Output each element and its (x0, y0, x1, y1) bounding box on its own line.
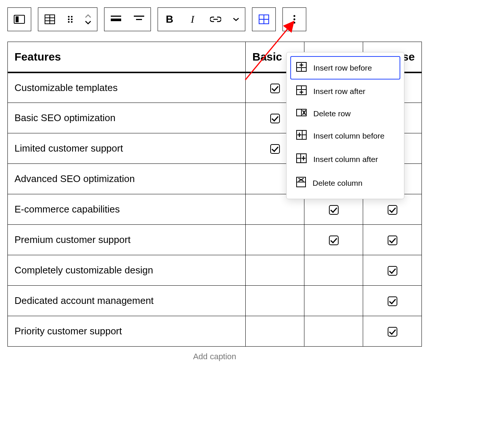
check-icon (329, 236, 339, 245)
feature-cell[interactable]: Priority customer support (8, 316, 246, 347)
plan-cell[interactable] (363, 286, 422, 316)
dropdown-item-delete-row[interactable]: Delete row (290, 103, 400, 124)
dropdown-item-label: Insert row before (313, 64, 372, 72)
svg-rect-16 (134, 16, 144, 17)
svg-point-12 (71, 21, 73, 23)
align-center-button[interactable] (127, 8, 151, 31)
block-type-button[interactable] (8, 8, 31, 31)
svg-rect-2 (20, 16, 23, 22)
link-button[interactable] (204, 8, 227, 31)
svg-rect-1 (16, 16, 19, 22)
edit-table-button[interactable] (252, 8, 275, 31)
check-icon (270, 144, 280, 154)
dropdown-item-label: Insert column after (313, 155, 378, 164)
feature-cell[interactable]: Advanced SEO optimization (8, 164, 246, 194)
insert-row-after-icon (296, 85, 307, 97)
chevrons-updown-icon (84, 13, 92, 26)
table-select-button[interactable] (38, 8, 61, 31)
dropdown-item-insert-row-before[interactable]: Insert row before (290, 56, 400, 80)
plan-cell[interactable] (363, 316, 422, 347)
plan-cell[interactable] (304, 316, 363, 347)
dropdown-item-delete-col[interactable]: Delete column (290, 171, 400, 195)
bold-button[interactable]: B (158, 8, 181, 31)
delete-row-icon (296, 109, 307, 118)
svg-rect-17 (136, 19, 142, 20)
dropdown-item-insert-col-before[interactable]: Insert column before (290, 124, 400, 147)
svg-point-9 (68, 19, 70, 20)
plan-cell[interactable] (304, 225, 363, 255)
table-grid-icon (259, 14, 269, 24)
svg-point-24 (294, 22, 295, 24)
align-center-icon (134, 16, 144, 23)
delete-col-icon (296, 177, 306, 189)
toolbar-group-options (282, 7, 306, 31)
check-icon (388, 327, 397, 337)
plan-cell[interactable] (246, 316, 304, 347)
header-features[interactable]: Features (8, 42, 246, 72)
table-edit-dropdown: Insert row beforeInsert row afterDelete … (286, 52, 404, 199)
dropdown-item-insert-row-after[interactable]: Insert row after (290, 80, 400, 103)
insert-col-after-icon (296, 153, 307, 165)
options-button[interactable] (283, 8, 306, 31)
feature-cell[interactable]: Completely customizable design (8, 255, 246, 286)
plan-cell[interactable] (363, 255, 422, 286)
drag-handle-icon (67, 15, 73, 23)
toolbar-group-table (38, 7, 97, 31)
check-icon (388, 296, 397, 306)
svg-point-10 (71, 19, 73, 20)
feature-cell[interactable]: Limited customer support (8, 133, 246, 164)
plan-cell[interactable] (246, 255, 304, 286)
feature-cell[interactable]: Customizable templates (8, 72, 246, 103)
svg-point-22 (294, 15, 295, 17)
caption-placeholder[interactable]: Add caption (7, 347, 422, 367)
toolbar-group-align (104, 7, 151, 31)
dropdown-item-insert-col-after[interactable]: Insert column after (290, 147, 400, 171)
block-toolbar: B I (7, 7, 497, 31)
table-row[interactable]: Premium customer support (8, 225, 422, 255)
toolbar-group-text: B I (158, 7, 245, 31)
dropdown-item-label: Insert row after (313, 87, 365, 96)
svg-rect-14 (111, 19, 121, 21)
table-row[interactable]: Priority customer support (8, 316, 422, 347)
table-row[interactable]: Completely customizable design (8, 255, 422, 286)
more-text-button[interactable] (227, 8, 245, 31)
check-icon (329, 205, 339, 215)
svg-point-11 (68, 21, 70, 23)
columns-icon (14, 15, 25, 24)
insert-col-before-icon (296, 130, 307, 142)
check-icon (270, 114, 280, 123)
feature-cell[interactable]: E-commerce capabilities (8, 194, 246, 225)
more-vertical-icon (293, 14, 296, 24)
drag-handle-button[interactable] (61, 8, 79, 31)
plan-cell[interactable] (304, 255, 363, 286)
align-full-button[interactable] (104, 8, 127, 31)
plan-cell[interactable] (304, 286, 363, 316)
check-icon (270, 84, 280, 93)
check-icon (388, 236, 397, 245)
align-full-icon (111, 16, 121, 23)
feature-cell[interactable]: Basic SEO optimization (8, 103, 246, 133)
plan-cell[interactable] (246, 286, 304, 316)
dropdown-item-label: Delete column (313, 179, 362, 188)
insert-row-before-icon (296, 62, 307, 74)
move-updown-button[interactable] (79, 8, 97, 31)
dropdown-item-label: Delete row (313, 109, 350, 118)
plan-cell[interactable] (363, 225, 422, 255)
plan-cell[interactable] (246, 225, 304, 255)
table-row[interactable]: Dedicated account management (8, 286, 422, 316)
bold-icon: B (166, 13, 173, 25)
toolbar-group-edit-table (252, 7, 276, 31)
italic-icon: I (191, 13, 194, 25)
check-icon (388, 266, 397, 276)
dropdown-item-label: Insert column before (313, 132, 384, 140)
svg-point-23 (294, 19, 295, 20)
svg-rect-13 (111, 16, 121, 17)
svg-point-7 (68, 16, 70, 18)
svg-point-8 (71, 16, 73, 18)
link-icon (210, 16, 221, 23)
feature-cell[interactable]: Premium customer support (8, 225, 246, 255)
feature-cell[interactable]: Dedicated account management (8, 286, 246, 316)
italic-button[interactable]: I (181, 8, 204, 31)
check-icon (388, 205, 397, 215)
toolbar-group-block (7, 7, 31, 31)
